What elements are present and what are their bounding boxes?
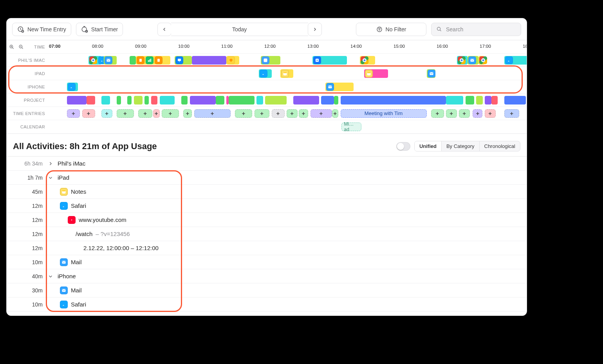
timeline-block[interactable]: [491, 96, 498, 105]
zoom-out-button[interactable]: [18, 43, 25, 50]
next-day-button[interactable]: [308, 23, 322, 36]
timeline-block[interactable]: [192, 56, 226, 65]
timeline-block[interactable]: [312, 56, 347, 65]
disclosure-chevron-icon[interactable]: [48, 288, 56, 293]
time-entry-block[interactable]: +: [138, 109, 152, 118]
disclosure-chevron-icon[interactable]: [48, 302, 56, 307]
time-entry-block[interactable]: +: [446, 109, 457, 118]
timeline-block[interactable]: [190, 96, 216, 105]
time-entry-block[interactable]: +: [485, 109, 496, 118]
timeline-block[interactable]: [88, 56, 101, 65]
calendar-chip[interactable]: Mi…ad: [341, 123, 361, 131]
timeline-block[interactable]: [293, 96, 319, 105]
time-entry-block[interactable]: +: [101, 109, 112, 118]
timeline-block[interactable]: [321, 96, 334, 105]
timeline-block[interactable]: [67, 83, 78, 91]
new-time-entry-button[interactable]: New Time Entry: [12, 23, 71, 36]
timeline-block[interactable]: Mi…ad: [341, 123, 362, 131]
timeline-block[interactable]: [256, 96, 263, 105]
timeline-block[interactable]: [280, 69, 293, 78]
timeline-block[interactable]: [117, 96, 121, 105]
timeline-block[interactable]: [130, 56, 136, 65]
time-entry-block[interactable]: +: [162, 109, 179, 118]
timeline-block[interactable]: [151, 96, 158, 105]
time-entry-block[interactable]: +: [255, 109, 270, 118]
time-entry-block[interactable]: +: [82, 109, 95, 118]
timeline-block[interactable]: [87, 96, 95, 105]
filter-button[interactable]: No Filter: [356, 23, 426, 36]
activity-row[interactable]: 12mSafari: [7, 199, 527, 213]
timeline-block[interactable]: [104, 56, 117, 65]
timeline-block[interactable]: [334, 96, 338, 105]
track-calendar[interactable]: Mi…ad: [50, 123, 527, 131]
timeline-block[interactable]: [446, 96, 463, 105]
timeline-block[interactable]: [325, 83, 354, 91]
timeline-block[interactable]: [468, 56, 478, 65]
timeline-block[interactable]: [476, 96, 483, 105]
disclosure-chevron-icon[interactable]: [48, 161, 54, 166]
disclosure-chevron-icon[interactable]: [48, 218, 64, 222]
activity-row[interactable]: 40miPhone: [7, 269, 527, 283]
activity-row[interactable]: 45mNotes: [7, 185, 527, 199]
activity-row[interactable]: 12mwww.youtube.com: [7, 213, 527, 227]
timeline-block[interactable]: [360, 56, 375, 65]
tab-chronological[interactable]: Chronological: [479, 141, 520, 151]
timeline-block[interactable]: [259, 69, 272, 78]
tab-unified[interactable]: Unified: [415, 141, 441, 151]
disclosure-chevron-icon[interactable]: [48, 260, 56, 265]
time-entry-block[interactable]: +: [332, 109, 339, 118]
time-entry-block[interactable]: +: [473, 109, 482, 118]
time-entry-block[interactable]: +: [183, 109, 192, 118]
timeline-block[interactable]: [229, 96, 255, 105]
time-entry-block[interactable]: +: [459, 109, 470, 118]
timeline-block[interactable]: [478, 56, 485, 65]
activity-row[interactable]: 12m2.12.22, 12:00:00 – 12:12:00: [7, 241, 527, 255]
start-timer-button[interactable]: Start Timer: [76, 23, 123, 36]
timeline-block[interactable]: [457, 56, 468, 65]
track-project[interactable]: [50, 96, 527, 105]
timeline-block[interactable]: [341, 96, 446, 105]
activity-row[interactable]: 10mSafari: [7, 297, 527, 312]
timeline-block[interactable]: [265, 96, 287, 105]
time-entry-block[interactable]: +: [299, 109, 308, 118]
timeline-block[interactable]: [364, 69, 388, 78]
activity-row[interactable]: 10mMail: [7, 255, 527, 269]
timeline-block[interactable]: [226, 56, 239, 65]
timeline-block[interactable]: [67, 96, 87, 105]
timeline-block[interactable]: [181, 96, 188, 105]
disclosure-chevron-icon[interactable]: [48, 175, 54, 180]
time-entry-block[interactable]: +: [194, 109, 231, 118]
time-entry-block[interactable]: +: [272, 109, 285, 118]
timeline-block[interactable]: [504, 96, 526, 105]
timeline-block[interactable]: [485, 96, 491, 105]
disclosure-chevron-icon[interactable]: [48, 274, 54, 279]
time-entry-block[interactable]: +: [67, 109, 80, 118]
track-time-entries[interactable]: ++++++++++++++++Meeting with Tim++++++: [50, 109, 527, 118]
view-segmented-control[interactable]: Unified By Category Chronological: [414, 141, 520, 151]
search-input[interactable]: [445, 26, 516, 33]
time-entry-block[interactable]: +: [287, 109, 298, 118]
timeline-block[interactable]: [466, 96, 474, 105]
timeline-block[interactable]: [216, 96, 224, 105]
timeline-block[interactable]: [134, 96, 143, 105]
timeline-block[interactable]: [144, 96, 149, 105]
current-date-button[interactable]: Today: [171, 23, 308, 36]
time-entry-block[interactable]: +: [504, 109, 520, 118]
track-iphone[interactable]: [50, 83, 527, 91]
activity-row[interactable]: 12m/watch – ?v=123456: [7, 227, 527, 241]
time-entry-block[interactable]: +: [311, 109, 332, 118]
timeline-block[interactable]: [127, 96, 132, 105]
track-ipad[interactable]: [50, 69, 527, 78]
disclosure-chevron-icon[interactable]: [48, 204, 56, 208]
timeline-block[interactable]: [427, 69, 435, 78]
timeline-block[interactable]: [261, 56, 280, 65]
activity-row[interactable]: 30mMail: [7, 283, 527, 297]
disclosure-chevron-icon[interactable]: [48, 189, 56, 194]
activity-row[interactable]: 6h 34mPhil's iMac: [7, 157, 527, 171]
track-phil-imac[interactable]: [50, 56, 527, 65]
timeline-block[interactable]: [136, 56, 170, 65]
time-entry-block[interactable]: +: [153, 109, 160, 118]
zoom-in-button[interactable]: [8, 43, 15, 50]
time-entry-block[interactable]: +: [431, 109, 444, 118]
time-entry-block[interactable]: +: [117, 109, 134, 118]
